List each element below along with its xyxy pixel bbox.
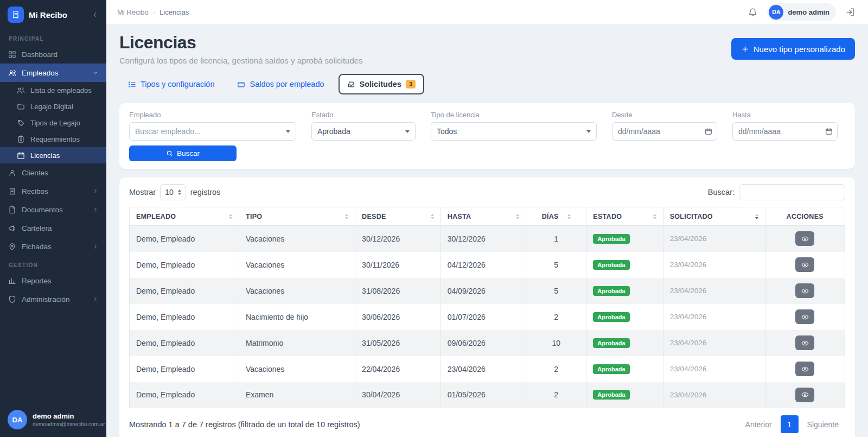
calendar-input-icon[interactable] bbox=[705, 128, 712, 135]
column-header-empleado[interactable]: EMPLEADO bbox=[130, 207, 239, 226]
column-header-estado[interactable]: ESTADO bbox=[586, 207, 663, 226]
logout-icon[interactable] bbox=[844, 5, 857, 19]
cell-dias: 2 bbox=[526, 304, 586, 330]
cell-solicitado: 23/04/2026 bbox=[663, 356, 765, 382]
sidebar-item-empleados[interactable]: Empleados bbox=[0, 64, 106, 82]
sidebar-collapse-icon[interactable] bbox=[91, 11, 99, 18]
clients-icon bbox=[8, 169, 16, 177]
sidebar-item-label: Legajo Digital bbox=[30, 103, 73, 111]
cell-desde: 30/12/2026 bbox=[355, 226, 441, 252]
sidebar-item-label: Fichadas bbox=[22, 243, 52, 251]
table-controls: Mostrar 10 registros Buscar: bbox=[129, 184, 845, 200]
sidebar-item-documentos[interactable]: Documentos bbox=[0, 200, 106, 219]
pagination-prev-button[interactable]: Anterior bbox=[739, 416, 778, 433]
status-badge: Aprobada bbox=[593, 312, 629, 322]
cell-estado: Aprobada bbox=[586, 226, 663, 252]
table-search-input[interactable] bbox=[739, 184, 845, 200]
sidebar-item-label: Reportes bbox=[22, 277, 52, 285]
column-header-tipo[interactable]: TIPO bbox=[239, 207, 355, 226]
tab-tipos-y-configuracion[interactable]: Tipos y configuración bbox=[119, 74, 223, 94]
view-request-button[interactable] bbox=[795, 335, 814, 350]
cell-hasta: 30/12/2026 bbox=[441, 226, 526, 252]
view-request-button[interactable] bbox=[795, 257, 814, 272]
sidebar-item-clientes[interactable]: Clientes bbox=[0, 163, 106, 182]
column-header-solicitado[interactable]: SOLICITADO bbox=[663, 207, 765, 226]
sidebar-user-email: demoadmin@mirecibo.com.ar bbox=[33, 421, 105, 427]
desde-date-input[interactable] bbox=[612, 122, 717, 141]
sidebar-item-lista-de-empleados[interactable]: Lista de empleados bbox=[0, 82, 106, 98]
cell-dias: 2 bbox=[526, 356, 586, 382]
cell-solicitado: 23/04/2026 bbox=[663, 330, 765, 356]
breadcrumb-app[interactable]: Mi Recibo bbox=[117, 8, 149, 16]
cell-empleado: Demo, Empleado bbox=[130, 226, 239, 252]
view-request-button[interactable] bbox=[795, 388, 814, 402]
view-request-button[interactable] bbox=[795, 309, 814, 324]
sidebar-item-fichadas[interactable]: Fichadas bbox=[0, 237, 106, 256]
records-info: Mostrando 1 a 7 de 7 registros (filtrado… bbox=[129, 420, 360, 429]
estado-select[interactable]: Aprobada bbox=[311, 122, 416, 141]
folder-icon bbox=[16, 103, 25, 111]
sidebar-user[interactable]: DA demo admin demoadmin@mirecibo.com.ar bbox=[0, 402, 106, 437]
tipo-licencia-select[interactable]: Todos bbox=[431, 122, 597, 141]
eye-icon bbox=[801, 365, 809, 373]
eye-icon bbox=[801, 391, 809, 398]
cell-hasta: 01/07/2026 bbox=[441, 304, 526, 330]
select-stepper-icon bbox=[178, 189, 181, 195]
tab-saldos-por-empleado[interactable]: Saldos por empleado bbox=[228, 74, 333, 94]
cell-tipo: Vacaciones bbox=[239, 278, 355, 304]
hasta-date-input[interactable] bbox=[732, 122, 838, 141]
requests-table: EMPLEADO TIPO DESDE HASTA DÍAS ESTADO SO… bbox=[129, 207, 845, 408]
sidebar: Mi Recibo PRINCIPAL Dashboard Empleados … bbox=[0, 0, 106, 437]
desde-label: Desde bbox=[612, 111, 717, 119]
status-badge: Aprobada bbox=[593, 234, 629, 244]
table-row: Demo, Empleado Matrimonio 31/05/2026 09/… bbox=[130, 330, 845, 356]
dashboard-icon bbox=[8, 50, 16, 59]
pagination-page-1-button[interactable]: 1 bbox=[781, 415, 799, 433]
cell-solicitado: 23/04/2026 bbox=[663, 382, 765, 408]
cell-desde: 22/04/2026 bbox=[355, 356, 441, 382]
sidebar-item-tipos-de-legajo[interactable]: Tipos de Legajo bbox=[0, 115, 106, 131]
column-header-desde[interactable]: DESDE bbox=[355, 207, 441, 226]
chevron-right-icon bbox=[92, 243, 99, 250]
table-search-label: Buscar: bbox=[708, 188, 735, 197]
buscar-button[interactable]: Buscar bbox=[129, 145, 237, 161]
clipboard-icon bbox=[16, 135, 25, 143]
calendar-input-icon[interactable] bbox=[825, 128, 833, 135]
sidebar-item-administracion[interactable]: Administración bbox=[0, 290, 106, 308]
chevron-right-icon bbox=[92, 188, 99, 194]
pagination-next-button[interactable]: Siguiente bbox=[801, 416, 845, 433]
view-request-button[interactable] bbox=[795, 362, 814, 376]
eye-icon bbox=[801, 339, 809, 347]
sidebar-item-licencias[interactable]: Licencias bbox=[0, 147, 106, 163]
tab-solicitudes[interactable]: Solicitudes 3 bbox=[339, 74, 424, 94]
cell-desde: 31/08/2026 bbox=[355, 278, 441, 304]
sort-icon bbox=[225, 214, 232, 219]
cell-estado: Aprobada bbox=[586, 356, 663, 382]
section-label-principal: PRINCIPAL bbox=[0, 29, 106, 45]
sidebar-item-cartelera[interactable]: Cartelera bbox=[0, 219, 106, 237]
column-header-hasta[interactable]: HASTA bbox=[441, 207, 526, 226]
topbar: Mi Recibo · Licencias DA demo admin bbox=[106, 0, 868, 24]
sidebar-item-legajo-digital[interactable]: Legajo Digital bbox=[0, 98, 106, 115]
status-badge: Aprobada bbox=[593, 364, 629, 374]
cell-desde: 30/06/2026 bbox=[355, 304, 441, 330]
page-size-select[interactable]: 10 bbox=[160, 184, 186, 200]
view-request-button[interactable] bbox=[795, 231, 814, 246]
cell-tipo: Vacaciones bbox=[239, 226, 355, 252]
empleado-select[interactable]: Buscar empleado... bbox=[129, 122, 296, 141]
column-header-dias[interactable]: DÍAS bbox=[526, 207, 586, 226]
pin-icon bbox=[8, 243, 16, 251]
user-menu[interactable]: DA demo admin bbox=[767, 3, 836, 21]
sidebar-item-reportes[interactable]: Reportes bbox=[0, 271, 106, 290]
cell-empleado: Demo, Empleado bbox=[130, 382, 239, 408]
sidebar-item-requerimientos[interactable]: Requerimientos bbox=[0, 131, 106, 147]
sidebar-item-dashboard[interactable]: Dashboard bbox=[0, 45, 106, 64]
new-custom-type-button[interactable]: Nuevo tipo personalizado bbox=[731, 38, 855, 60]
sidebar-item-label: Documentos bbox=[22, 206, 63, 214]
view-request-button[interactable] bbox=[795, 283, 814, 298]
sidebar-item-recibos[interactable]: Recibos bbox=[0, 182, 106, 200]
sidebar-item-label: Administración bbox=[22, 295, 70, 303]
empleado-label: Empleado bbox=[129, 111, 296, 119]
bell-icon[interactable] bbox=[746, 5, 760, 19]
chevron-down-icon bbox=[405, 130, 410, 133]
